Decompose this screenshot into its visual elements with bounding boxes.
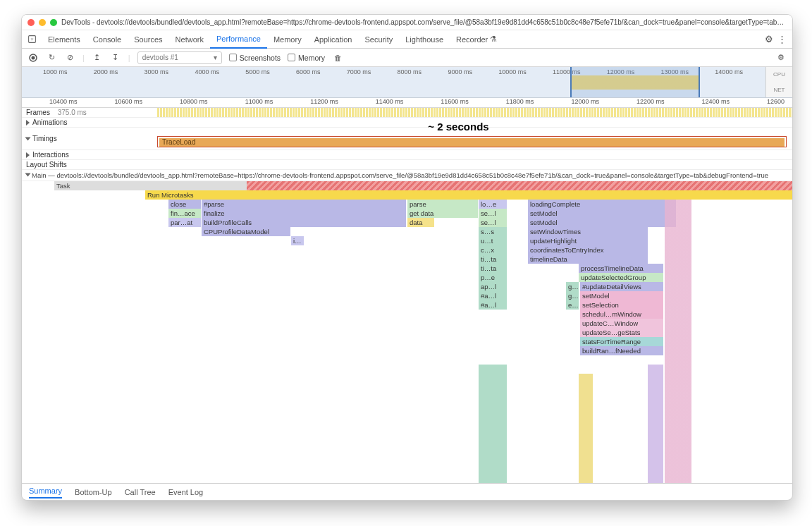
titlebar: DevTools - devtools://devtools/bundled/d… (22, 15, 792, 30)
flame-bar[interactable]: coordinatesToEntryIndex (528, 245, 648, 255)
svg-point-2 (32, 56, 35, 59)
profile-selector[interactable]: devtools #1 ▾ (137, 51, 222, 64)
flame-bar[interactable]: s…s (479, 227, 507, 236)
flame-bar[interactable]: i… (291, 236, 304, 245)
tab-recorder[interactable]: Recorder ⚗ (450, 30, 503, 48)
tab-elements[interactable]: Elements (42, 30, 87, 48)
flame-bar[interactable]: updateSelectedGroup (579, 273, 663, 282)
flame-bar[interactable]: p…e (479, 273, 507, 282)
flame-bar[interactable]: updateC…Window (580, 319, 663, 328)
tab-bottom-up[interactable]: Bottom-Up (75, 488, 112, 496)
frames-row[interactable]: Frames 375.0 ms (22, 108, 792, 118)
flame-bar[interactable]: parse (407, 200, 478, 209)
tab-event-log[interactable]: Event Log (168, 488, 204, 496)
disclosure-icon[interactable] (26, 152, 30, 158)
flame-bar[interactable]: lo…e (479, 200, 507, 209)
flame-chart[interactable]: Task Run Microtasks close#parseparselo…e… (22, 181, 792, 483)
tab-memory[interactable]: Memory (267, 30, 308, 48)
flame-bar[interactable]: loadingComplete (528, 200, 676, 209)
flame-bar[interactable]: #a…l (479, 300, 507, 310)
flame-bar[interactable]: e… (566, 300, 579, 310)
record-icon[interactable] (27, 52, 39, 63)
flame-bar[interactable]: updateHighlight (528, 236, 648, 245)
flame-bar[interactable]: setSelection (580, 300, 663, 310)
flame-bar[interactable]: timelineData (528, 255, 648, 264)
flame-bar[interactable]: get data (407, 209, 478, 218)
timeline-ruler[interactable]: 10400 ms 10600 ms 10800 ms 11000 ms 1120… (22, 98, 792, 108)
traceload-bar[interactable]: TraceLoad (159, 138, 785, 147)
overview-right-labels: CPU NET (765, 67, 792, 97)
flame-bar[interactable]: c…x (479, 245, 507, 255)
flame-bar-microtasks[interactable]: Run Microtasks (145, 190, 792, 200)
tab-summary[interactable]: Summary (29, 487, 62, 499)
timeline-overview[interactable]: 1000 ms2000 ms3000 ms4000 ms5000 ms6000 … (22, 67, 792, 98)
flame-bar[interactable]: ti…ta (479, 255, 507, 264)
flame-bar[interactable]: setModel (528, 218, 676, 227)
flame-bar[interactable]: par…at (168, 218, 201, 227)
screenshots-checkbox[interactable]: Screenshots (229, 54, 281, 62)
traceload-outline: TraceLoad (157, 136, 787, 147)
layout-shifts-row[interactable]: Layout Shifts (22, 160, 792, 170)
flame-bar[interactable]: #updateDetailViews (580, 282, 663, 291)
tab-network[interactable]: Network (169, 30, 210, 48)
toolbar-settings-icon[interactable]: ⚙ (775, 52, 787, 63)
download-icon[interactable]: ↧ (110, 52, 121, 63)
flame-bar[interactable]: close (168, 200, 201, 209)
close-window-icon[interactable] (27, 19, 35, 26)
flame-bar[interactable]: updateSe…geStats (580, 328, 663, 337)
tab-sources[interactable]: Sources (128, 30, 168, 48)
upload-icon[interactable]: ↥ (92, 52, 103, 63)
trash-icon[interactable]: 🗑 (332, 52, 343, 63)
flame-bar[interactable]: fin…ace (168, 209, 201, 218)
flame-bar[interactable]: se…l (479, 209, 507, 218)
flame-bar[interactable]: data (407, 218, 434, 227)
flame-bar[interactable]: buildRan…fNeeded (580, 346, 663, 355)
flame-stack-col (479, 365, 507, 483)
flame-bar[interactable]: schedul…mWindow (580, 310, 663, 319)
flame-bar[interactable]: setWindowTimes (528, 227, 648, 236)
flame-bar[interactable]: ti…ta (479, 264, 507, 273)
window-controls[interactable] (27, 19, 57, 26)
flame-bar[interactable]: #parse (202, 200, 406, 209)
tab-security[interactable]: Security (358, 30, 399, 48)
timeline-tracks[interactable]: Frames 375.0 ms ~ 2 seconds Animations T… (22, 108, 792, 483)
flame-bar[interactable]: se…l (479, 218, 507, 227)
tab-lighthouse[interactable]: Lighthouse (399, 30, 450, 48)
interactions-row[interactable]: Interactions (22, 150, 792, 160)
flame-bar[interactable]: setModel (580, 291, 663, 300)
flame-bar[interactable]: g… (566, 282, 579, 291)
flame-bar[interactable]: #a…l (479, 291, 507, 300)
more-icon[interactable]: ⋮ (775, 34, 788, 44)
chevron-down-icon: ▾ (214, 54, 217, 61)
flame-bar-task[interactable]: Task (54, 181, 792, 190)
flame-bar[interactable]: buildProfileCalls (202, 218, 406, 227)
memory-checkbox[interactable]: Memory (288, 54, 325, 62)
flame-bar[interactable]: g… (566, 291, 579, 300)
settings-icon[interactable]: ⚙ (763, 34, 775, 44)
tab-console[interactable]: Console (87, 30, 128, 48)
overview-selection[interactable] (570, 67, 700, 97)
timings-row[interactable]: Timings TraceLoad (22, 128, 792, 150)
reload-icon[interactable]: ↻ (46, 52, 57, 63)
main-thread-header[interactable]: Main — devtools://devtools/bundled/devto… (22, 170, 792, 181)
disclosure-icon[interactable] (25, 173, 31, 177)
animations-row[interactable]: Animations (22, 118, 792, 128)
tab-call-tree[interactable]: Call Tree (125, 488, 156, 496)
maximize-window-icon[interactable] (50, 19, 57, 26)
frames-strip (157, 108, 792, 117)
minimize-window-icon[interactable] (39, 19, 46, 26)
flame-bar[interactable]: u…t (479, 236, 507, 245)
flame-bar[interactable]: CPUProfileDataModel (202, 227, 290, 236)
flame-bar[interactable]: ap…l (479, 282, 507, 291)
clear-icon[interactable]: ⊘ (64, 52, 75, 63)
tab-application[interactable]: Application (308, 30, 359, 48)
disclosure-icon[interactable] (26, 120, 30, 126)
flame-bar[interactable]: statsForTimeRange (580, 337, 663, 346)
inspect-icon[interactable] (26, 35, 37, 44)
flame-bar[interactable]: processTimelineData (579, 264, 663, 273)
perf-toolbar: ↻ ⊘ | ↥ ↧ | devtools #1 ▾ Screenshots Me… (22, 49, 792, 67)
disclosure-icon[interactable] (25, 137, 31, 140)
tab-performance[interactable]: Performance (210, 31, 267, 49)
flame-bar[interactable]: finalize (202, 209, 406, 218)
flame-bar[interactable]: setModel (528, 209, 676, 218)
